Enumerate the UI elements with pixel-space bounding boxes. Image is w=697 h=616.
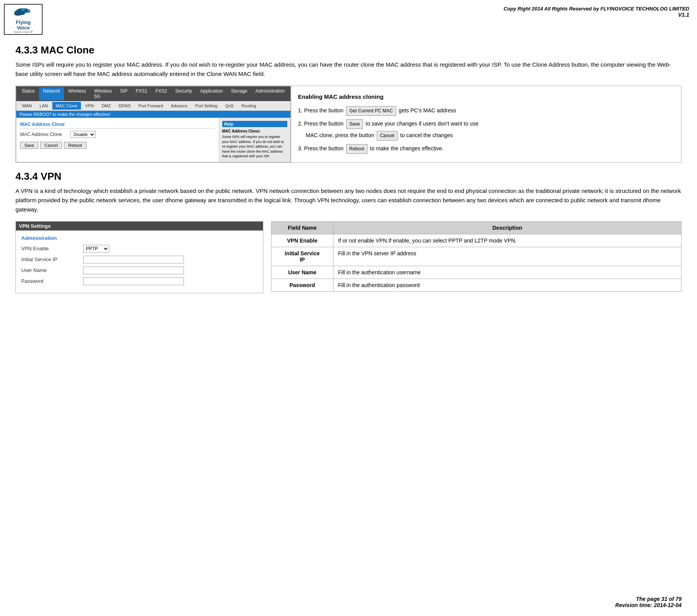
vpn-enable-select[interactable]: PPTP L2TP Disable [83, 245, 109, 253]
nav-tab-wireless5g[interactable]: Wireless 5G [90, 87, 116, 100]
nav-tab-sip[interactable]: SIP [116, 87, 131, 100]
logo-sub: Voice over IP [14, 31, 33, 34]
mac-clone-two-col: Status Network Wireless Wireless 5G SIP … [15, 86, 682, 163]
nav-tab-fxs2[interactable]: FXS2 [151, 87, 171, 100]
svg-point-3 [24, 9, 28, 12]
nav-tab-storage[interactable]: Storage [227, 87, 251, 100]
vpn-admin-link[interactable]: Administration [21, 235, 258, 241]
form-buttons: Save Cancel Reboot [20, 142, 215, 149]
step2b-text: MAC clone, press the button Cancel to ca… [298, 131, 674, 141]
mac-address-clone-row: MAC Address Clone Disable Enable [20, 131, 215, 138]
step1-text: 1. Press the button Get Current PC MAC g… [298, 106, 674, 116]
router-ui: Status Network Wireless Wireless 5G SIP … [16, 86, 291, 162]
mac-address-clone-select[interactable]: Disable Enable [70, 131, 96, 138]
sub-tab-vpn[interactable]: VPN [82, 102, 98, 110]
version-text: V1.1 [46, 12, 689, 18]
user-name-field: User Name [271, 266, 333, 279]
vpn-desc-table: Field Name Description VPN Enable If or … [271, 221, 682, 292]
sub-tab-portforward[interactable]: Port Forward [135, 102, 167, 110]
vpn-router-header: VPN Settings [16, 222, 263, 231]
header-right: Copy Right 2014 All Rights Reserved by F… [46, 4, 689, 18]
vpn-enable-row: VPN Enable PPTP L2TP Disable [21, 245, 258, 253]
mac-address-clone-label: MAC Address Clone [20, 132, 70, 137]
sub-tab-dmz[interactable]: DMZ [98, 102, 115, 110]
save-inline-btn[interactable]: Save [346, 119, 363, 129]
svg-point-2 [20, 11, 25, 15]
enabling-title: Enabling MAC address cloning [298, 91, 674, 102]
user-name-desc: Fill in the authentication username [333, 266, 682, 279]
copyright-text: Copy Right 2014 All Rights Reserved by F… [46, 6, 689, 12]
page-footer: The page 31 of 79 Revision time: 2014-12… [615, 596, 682, 608]
mac-clone-right-panel: Enabling MAC address cloning 1. Press th… [291, 86, 681, 162]
vpn-username-row: User Name [21, 267, 258, 274]
nav-tab-network[interactable]: Network [39, 87, 64, 100]
save-button[interactable]: Save [20, 142, 38, 149]
vpn-username-label: User Name [21, 267, 83, 273]
router-alert: Please REBOOT to make the changes effect… [16, 111, 290, 118]
vpn-username-input[interactable] [83, 267, 184, 274]
vpn-service-ip-row: Initial Service IP [21, 256, 258, 263]
logo-box: Flying Voice Voice over IP [4, 4, 43, 35]
vpn-service-ip-input[interactable] [83, 256, 184, 263]
logo-icon [12, 5, 35, 20]
sub-tab-macclone[interactable]: MAC Clone [52, 102, 81, 110]
password-field: Password [271, 279, 333, 291]
vpn-two-col: VPN Settings Administration VPN Enable P… [15, 221, 682, 293]
sub-tab-wan[interactable]: WAN [19, 102, 35, 110]
sub-tab-advance[interactable]: Advance [167, 102, 191, 110]
revision-text: Revision time: 2014-12-04 [615, 602, 682, 608]
cancel-button[interactable]: Cancel [40, 142, 62, 149]
vpn-password-label: Password [21, 278, 83, 284]
vpn-title: 4.3.4 VPN [15, 170, 682, 182]
router-main: MAC Address Clone MAC Address Clone Disa… [16, 118, 219, 162]
nav-tab-security[interactable]: Security [171, 87, 196, 100]
field-name-header: Field Name [271, 221, 333, 234]
reboot-inline-btn[interactable]: Reboot [346, 144, 367, 154]
nav-tab-wireless[interactable]: Wireless [64, 87, 90, 100]
initial-service-ip-field: Initial ServiceIP [271, 247, 333, 266]
table-row: VPN Enable If or not enable VPN.If enabl… [271, 234, 682, 247]
sub-tab-portsetting[interactable]: Port Setting [192, 102, 221, 110]
reboot-button[interactable]: Reboot [64, 142, 86, 149]
page-info: The page 31 of 79 [615, 596, 682, 602]
nav-tab-fxs1[interactable]: FXS1 [132, 87, 151, 100]
mac-clone-section: 4.3.3 MAC Clone Some ISPs will require y… [15, 44, 682, 163]
vpn-router-body: Administration VPN Enable PPTP L2TP Disa… [16, 231, 263, 293]
vpn-password-row: Password [21, 277, 258, 285]
mac-clone-router-ui: Status Network Wireless Wireless 5G SIP … [16, 86, 291, 162]
vpn-service-ip-label: Initial Service IP [21, 256, 83, 262]
sub-tab-ddns[interactable]: DDNS [115, 102, 134, 110]
logo-text: Flying Voice Voice over IP [14, 20, 33, 34]
vpn-intro: A VPN is a kind of technology which esta… [15, 186, 682, 214]
router-body: MAC Address Clone MAC Address Clone Disa… [16, 118, 290, 162]
nav-tab-status[interactable]: Status [18, 87, 39, 100]
get-current-pc-mac-btn[interactable]: Get Current PC MAC [346, 106, 396, 116]
help-title: Help [222, 121, 287, 127]
page-header: Flying Voice Voice over IP Copy Right 20… [0, 0, 697, 35]
mac-clone-intro: Some ISPs will require you to register y… [15, 60, 682, 79]
logo-area: Flying Voice Voice over IP [4, 4, 46, 35]
vpn-enable-desc: If or not enable VPN.If enable, you can … [333, 234, 682, 247]
router-help: Help MAC Address Clone: Some ISPs will r… [219, 118, 290, 162]
form-section-title: MAC Address Clone [20, 122, 215, 129]
cancel-inline-btn[interactable]: Cancel [377, 131, 397, 141]
vpn-right: Field Name Description VPN Enable If or … [271, 221, 682, 293]
vpn-enable-field: VPN Enable [271, 234, 333, 247]
password-desc: Fill in the authentication password [333, 279, 682, 291]
table-row: Initial ServiceIP Fill in the VPN server… [271, 247, 682, 266]
step3-text: 3. Press the button Reboot to make the c… [298, 144, 674, 154]
table-row: User Name Fill in the authentication use… [271, 266, 682, 279]
vpn-left: VPN Settings Administration VPN Enable P… [15, 221, 263, 293]
sub-tab-lan[interactable]: LAN [36, 102, 51, 110]
sub-tab-qos[interactable]: QoS [221, 102, 237, 110]
vpn-router-ui: VPN Settings Administration VPN Enable P… [15, 221, 263, 293]
initial-service-ip-desc: Fill in the VPN server IP address [333, 247, 682, 266]
help-text: Some ISPs will require you to register y… [222, 134, 287, 159]
nav-tab-application[interactable]: Application [196, 87, 227, 100]
router-nav-sub: WAN LAN MAC Clone VPN DMZ DDNS Port Forw… [16, 101, 290, 111]
table-row: Password Fill in the authentication pass… [271, 279, 682, 291]
router-nav-top: Status Network Wireless Wireless 5G SIP … [16, 86, 290, 101]
vpn-password-input[interactable] [83, 277, 184, 285]
nav-tab-administration[interactable]: Administration [252, 87, 289, 100]
sub-tab-routing[interactable]: Routing [238, 102, 259, 110]
